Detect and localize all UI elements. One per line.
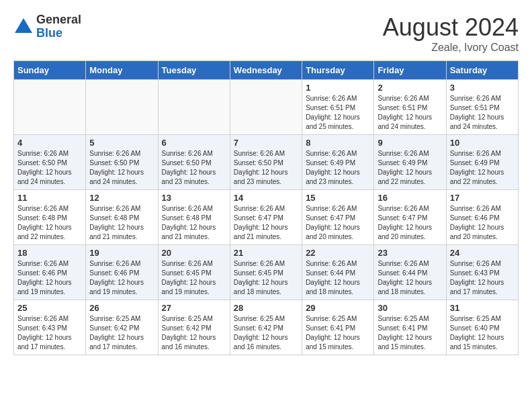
day-number: 22 bbox=[306, 248, 370, 258]
calendar-day-20: 20Sunrise: 6:26 AM Sunset: 6:45 PM Dayli… bbox=[158, 245, 230, 300]
calendar-day-25: 25Sunrise: 6:26 AM Sunset: 6:43 PM Dayli… bbox=[14, 300, 86, 355]
day-info: Sunrise: 6:26 AM Sunset: 6:51 PM Dayligh… bbox=[306, 94, 370, 132]
calendar-day-6: 6Sunrise: 6:26 AM Sunset: 6:50 PM Daylig… bbox=[158, 135, 230, 190]
logo-general-text: General bbox=[36, 13, 81, 27]
header: General Blue August 2024 Zeale, Ivory Co… bbox=[13, 13, 519, 54]
calendar-day-24: 24Sunrise: 6:26 AM Sunset: 6:43 PM Dayli… bbox=[446, 245, 518, 300]
day-number: 3 bbox=[450, 83, 515, 93]
day-number: 5 bbox=[89, 138, 154, 148]
day-info: Sunrise: 6:26 AM Sunset: 6:43 PM Dayligh… bbox=[450, 259, 515, 297]
day-number: 31 bbox=[450, 303, 515, 313]
day-number: 9 bbox=[378, 138, 442, 148]
day-info: Sunrise: 6:26 AM Sunset: 6:45 PM Dayligh… bbox=[234, 259, 298, 297]
calendar-day-3: 3Sunrise: 6:26 AM Sunset: 6:51 PM Daylig… bbox=[446, 80, 518, 135]
header-friday: Friday bbox=[374, 61, 446, 80]
calendar-day-17: 17Sunrise: 6:26 AM Sunset: 6:46 PM Dayli… bbox=[446, 190, 518, 245]
day-info: Sunrise: 6:26 AM Sunset: 6:48 PM Dayligh… bbox=[162, 204, 226, 242]
calendar-day-31: 31Sunrise: 6:25 AM Sunset: 6:40 PM Dayli… bbox=[446, 300, 518, 355]
calendar-day-4: 4Sunrise: 6:26 AM Sunset: 6:50 PM Daylig… bbox=[14, 135, 86, 190]
calendar-header-row: SundayMondayTuesdayWednesdayThursdayFrid… bbox=[14, 61, 519, 80]
day-info: Sunrise: 6:26 AM Sunset: 6:43 PM Dayligh… bbox=[17, 314, 82, 352]
day-number: 24 bbox=[450, 248, 515, 258]
header-sunday: Sunday bbox=[14, 61, 86, 80]
day-number: 7 bbox=[234, 138, 298, 148]
calendar-day-5: 5Sunrise: 6:26 AM Sunset: 6:50 PM Daylig… bbox=[86, 135, 158, 190]
calendar-day-7: 7Sunrise: 6:26 AM Sunset: 6:50 PM Daylig… bbox=[230, 135, 302, 190]
calendar-day-1: 1Sunrise: 6:26 AM Sunset: 6:51 PM Daylig… bbox=[302, 80, 374, 135]
day-info: Sunrise: 6:26 AM Sunset: 6:51 PM Dayligh… bbox=[378, 94, 442, 132]
day-number: 17 bbox=[450, 193, 515, 203]
calendar-day-10: 10Sunrise: 6:26 AM Sunset: 6:49 PM Dayli… bbox=[446, 135, 518, 190]
day-info: Sunrise: 6:26 AM Sunset: 6:46 PM Dayligh… bbox=[17, 259, 82, 297]
calendar-week-row: 18Sunrise: 6:26 AM Sunset: 6:46 PM Dayli… bbox=[14, 245, 519, 300]
day-number: 21 bbox=[234, 248, 298, 258]
day-number: 14 bbox=[234, 193, 298, 203]
calendar-day-27: 27Sunrise: 6:25 AM Sunset: 6:42 PM Dayli… bbox=[158, 300, 230, 355]
day-info: Sunrise: 6:26 AM Sunset: 6:50 PM Dayligh… bbox=[17, 149, 82, 187]
day-number: 20 bbox=[162, 248, 226, 258]
logo-icon bbox=[13, 17, 34, 37]
day-number: 23 bbox=[378, 248, 442, 258]
day-info: Sunrise: 6:26 AM Sunset: 6:49 PM Dayligh… bbox=[378, 149, 442, 187]
day-number: 6 bbox=[162, 138, 226, 148]
day-info: Sunrise: 6:25 AM Sunset: 6:41 PM Dayligh… bbox=[378, 314, 442, 352]
day-info: Sunrise: 6:26 AM Sunset: 6:46 PM Dayligh… bbox=[89, 259, 154, 297]
header-saturday: Saturday bbox=[446, 61, 518, 80]
day-info: Sunrise: 6:26 AM Sunset: 6:44 PM Dayligh… bbox=[378, 259, 442, 297]
calendar-day-26: 26Sunrise: 6:25 AM Sunset: 6:42 PM Dayli… bbox=[86, 300, 158, 355]
day-number: 25 bbox=[17, 303, 82, 313]
calendar-week-row: 1Sunrise: 6:26 AM Sunset: 6:51 PM Daylig… bbox=[14, 80, 519, 135]
calendar-day-empty bbox=[86, 80, 158, 135]
day-number: 30 bbox=[378, 303, 442, 313]
svg-marker-0 bbox=[15, 18, 32, 33]
day-info: Sunrise: 6:26 AM Sunset: 6:50 PM Dayligh… bbox=[89, 149, 154, 187]
day-info: Sunrise: 6:26 AM Sunset: 6:44 PM Dayligh… bbox=[306, 259, 370, 297]
day-number: 2 bbox=[378, 83, 442, 93]
calendar-week-row: 4Sunrise: 6:26 AM Sunset: 6:50 PM Daylig… bbox=[14, 135, 519, 190]
day-number: 19 bbox=[89, 248, 154, 258]
day-info: Sunrise: 6:25 AM Sunset: 6:42 PM Dayligh… bbox=[162, 314, 226, 352]
day-info: Sunrise: 6:25 AM Sunset: 6:42 PM Dayligh… bbox=[234, 314, 298, 352]
day-number: 29 bbox=[306, 303, 370, 313]
header-monday: Monday bbox=[86, 61, 158, 80]
calendar-day-empty bbox=[14, 80, 86, 135]
day-info: Sunrise: 6:26 AM Sunset: 6:49 PM Dayligh… bbox=[450, 149, 515, 187]
calendar-day-18: 18Sunrise: 6:26 AM Sunset: 6:46 PM Dayli… bbox=[14, 245, 86, 300]
day-number: 13 bbox=[162, 193, 226, 203]
calendar-day-19: 19Sunrise: 6:26 AM Sunset: 6:46 PM Dayli… bbox=[86, 245, 158, 300]
day-info: Sunrise: 6:25 AM Sunset: 6:40 PM Dayligh… bbox=[450, 314, 515, 352]
day-info: Sunrise: 6:26 AM Sunset: 6:51 PM Dayligh… bbox=[450, 94, 515, 132]
day-info: Sunrise: 6:25 AM Sunset: 6:42 PM Dayligh… bbox=[89, 314, 154, 352]
day-info: Sunrise: 6:26 AM Sunset: 6:47 PM Dayligh… bbox=[306, 204, 370, 242]
day-number: 26 bbox=[89, 303, 154, 313]
calendar-day-28: 28Sunrise: 6:25 AM Sunset: 6:42 PM Dayli… bbox=[230, 300, 302, 355]
calendar-day-11: 11Sunrise: 6:26 AM Sunset: 6:48 PM Dayli… bbox=[14, 190, 86, 245]
calendar-day-8: 8Sunrise: 6:26 AM Sunset: 6:49 PM Daylig… bbox=[302, 135, 374, 190]
calendar-week-row: 11Sunrise: 6:26 AM Sunset: 6:48 PM Dayli… bbox=[14, 190, 519, 245]
calendar-day-empty bbox=[158, 80, 230, 135]
calendar-day-empty bbox=[230, 80, 302, 135]
calendar-table: SundayMondayTuesdayWednesdayThursdayFrid… bbox=[13, 60, 519, 355]
day-number: 8 bbox=[306, 138, 370, 148]
day-number: 11 bbox=[17, 193, 82, 203]
day-number: 16 bbox=[378, 193, 442, 203]
day-number: 12 bbox=[89, 193, 154, 203]
calendar-day-15: 15Sunrise: 6:26 AM Sunset: 6:47 PM Dayli… bbox=[302, 190, 374, 245]
month-title: August 2024 bbox=[383, 13, 519, 42]
calendar-day-14: 14Sunrise: 6:26 AM Sunset: 6:47 PM Dayli… bbox=[230, 190, 302, 245]
day-number: 18 bbox=[17, 248, 82, 258]
day-number: 4 bbox=[17, 138, 82, 148]
title-area: August 2024 Zeale, Ivory Coast bbox=[383, 13, 519, 54]
day-number: 28 bbox=[234, 303, 298, 313]
day-info: Sunrise: 6:26 AM Sunset: 6:47 PM Dayligh… bbox=[234, 204, 298, 242]
calendar-week-row: 25Sunrise: 6:26 AM Sunset: 6:43 PM Dayli… bbox=[14, 300, 519, 355]
calendar-day-23: 23Sunrise: 6:26 AM Sunset: 6:44 PM Dayli… bbox=[374, 245, 446, 300]
header-wednesday: Wednesday bbox=[230, 61, 302, 80]
day-number: 10 bbox=[450, 138, 515, 148]
day-info: Sunrise: 6:26 AM Sunset: 6:47 PM Dayligh… bbox=[378, 204, 442, 242]
calendar-day-29: 29Sunrise: 6:25 AM Sunset: 6:41 PM Dayli… bbox=[302, 300, 374, 355]
calendar-day-21: 21Sunrise: 6:26 AM Sunset: 6:45 PM Dayli… bbox=[230, 245, 302, 300]
day-info: Sunrise: 6:26 AM Sunset: 6:50 PM Dayligh… bbox=[234, 149, 298, 187]
location-title: Zeale, Ivory Coast bbox=[383, 42, 519, 54]
day-info: Sunrise: 6:26 AM Sunset: 6:46 PM Dayligh… bbox=[450, 204, 515, 242]
